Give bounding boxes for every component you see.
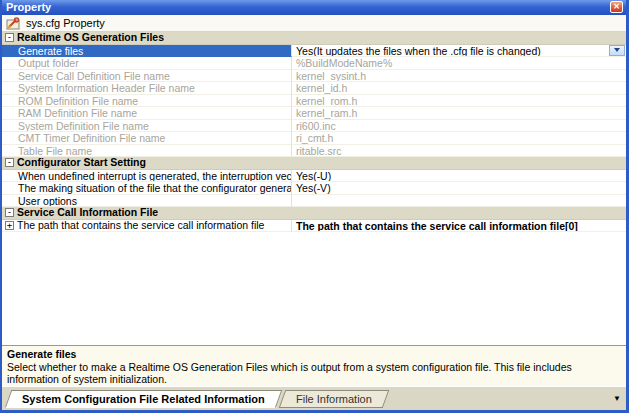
dropdown-arrow-icon[interactable] (609, 45, 625, 56)
property-row[interactable]: The making situation of the file that th… (2, 182, 626, 195)
tab-system-configuration-file-related-information[interactable]: System Configuration File Related Inform… (5, 390, 282, 408)
property-label: Generate files (18, 45, 83, 57)
property-value: kernel_id.h (296, 82, 347, 94)
property-row[interactable]: +The path that contains the service call… (2, 220, 626, 233)
property-value-cell[interactable]: ri600.inc (292, 120, 626, 133)
tab-file-information[interactable]: File Information (278, 390, 388, 408)
property-value-cell[interactable]: Yes(-V) (292, 182, 626, 195)
property-row[interactable]: Generate filesYes(It updates the files w… (2, 45, 626, 58)
property-value-cell[interactable]: kernel_rom.h (292, 95, 626, 108)
property-label: Table File name (18, 145, 92, 157)
description-title: Generate files (7, 348, 621, 361)
property-value-cell[interactable]: ritable.src (292, 145, 626, 158)
property-value-cell[interactable]: kernel_ram.h (292, 107, 626, 120)
property-value-cell[interactable] (292, 195, 626, 208)
property-row[interactable]: Output folder%BuildModeName% (2, 57, 626, 70)
property-value-cell[interactable]: %BuildModeName% (292, 57, 626, 70)
property-value: Yes(It updates the files when the .cfg f… (296, 45, 541, 57)
collapse-icon[interactable]: - (5, 158, 14, 167)
property-label: User options (18, 195, 77, 207)
property-value-cell[interactable]: ri_cmt.h (292, 132, 626, 145)
description-body: Select whether to make a Realtime OS Gen… (7, 361, 621, 386)
section-row[interactable]: -Configurator Start Setting (2, 157, 626, 170)
section-label: Configurator Start Setting (17, 157, 146, 169)
property-label: System Information Header File name (18, 82, 195, 94)
property-label: The path that contains the service call … (17, 220, 264, 232)
tab-label: File Information (296, 393, 372, 405)
property-row[interactable]: ROM Definition File namekernel_rom.h (2, 95, 626, 108)
property-value-cell[interactable]: The path that contains the service call … (292, 220, 626, 233)
property-label-cell[interactable]: Output folder (2, 57, 292, 70)
property-label-cell[interactable]: When undefined interrupt is generated, t… (2, 170, 292, 183)
property-value: kernel_rom.h (296, 95, 357, 107)
property-window: Property ✕ sys.cfg Property -Realtime OS… (0, 0, 629, 413)
property-label-cell[interactable]: User options (2, 195, 292, 208)
property-icon (6, 17, 22, 30)
property-value-cell[interactable]: kernel_sysint.h (292, 70, 626, 83)
property-label: The making situation of the file that th… (18, 182, 292, 194)
tab-label: System Configuration File Related Inform… (22, 393, 265, 405)
property-value-cell[interactable]: Yes(-U) (292, 170, 626, 183)
property-label-cell[interactable]: Table File name (2, 145, 292, 158)
section-row[interactable]: -Realtime OS Generation Files (2, 32, 626, 45)
property-value: Yes(-U) (296, 170, 331, 182)
property-value: ri_cmt.h (296, 132, 333, 144)
property-label-cell[interactable]: +The path that contains the service call… (2, 220, 292, 233)
property-value: ri600.inc (296, 120, 336, 132)
property-label: When undefined interrupt is generated, t… (18, 170, 292, 182)
property-label: CMT Timer Definition File name (18, 132, 165, 144)
property-row[interactable]: System Definition File nameri600.inc (2, 120, 626, 133)
property-label-cell[interactable]: System Information Header File name (2, 82, 292, 95)
collapse-icon[interactable]: - (5, 208, 14, 217)
property-label-cell[interactable]: The making situation of the file that th… (2, 182, 292, 195)
property-label-cell[interactable]: CMT Timer Definition File name (2, 132, 292, 145)
property-row[interactable]: Table File nameritable.src (2, 145, 626, 158)
property-grid: -Realtime OS Generation FilesGenerate fi… (2, 32, 626, 232)
property-value: kernel_ram.h (296, 107, 357, 119)
bottom-tab-bar: System Configuration File Related Inform… (2, 386, 626, 410)
grid-empty-area (2, 232, 626, 345)
property-value-cell[interactable]: Yes(It updates the files when the .cfg f… (292, 45, 626, 58)
property-row[interactable]: Service Call Definition File namekernel_… (2, 70, 626, 83)
section-label: Service Call Information File (17, 207, 158, 219)
collapse-icon[interactable]: - (5, 33, 14, 42)
property-value-cell[interactable]: kernel_id.h (292, 82, 626, 95)
close-icon[interactable]: ✕ (610, 1, 623, 13)
property-row[interactable]: User options (2, 195, 626, 208)
property-row[interactable]: When undefined interrupt is generated, t… (2, 170, 626, 183)
property-value: ritable.src (296, 145, 342, 157)
property-row[interactable]: RAM Definition File namekernel_ram.h (2, 107, 626, 120)
property-row[interactable]: CMT Timer Definition File nameri_cmt.h (2, 132, 626, 145)
property-value: The path that contains the service call … (296, 220, 578, 232)
property-target-bar: sys.cfg Property (2, 15, 626, 32)
description-panel: Generate files Select whether to make a … (2, 345, 626, 386)
expand-icon[interactable]: + (5, 221, 14, 230)
property-target-label: sys.cfg Property (26, 17, 105, 29)
property-label-cell[interactable]: System Definition File name (2, 120, 292, 133)
section-row[interactable]: -Service Call Information File (2, 207, 626, 220)
property-label: RAM Definition File name (18, 107, 137, 119)
property-label-cell[interactable]: RAM Definition File name (2, 107, 292, 120)
property-label: Service Call Definition File name (18, 70, 170, 82)
window-title: Property (6, 1, 51, 13)
window-titlebar[interactable]: Property ✕ (2, 0, 626, 15)
property-label: Output folder (18, 57, 79, 69)
property-value: %BuildModeName% (296, 57, 392, 69)
property-label-cell[interactable]: ROM Definition File name (2, 95, 292, 108)
property-label: System Definition File name (18, 120, 149, 132)
property-value: Yes(-V) (296, 182, 331, 194)
property-label: ROM Definition File name (18, 95, 138, 107)
property-row[interactable]: System Information Header File namekerne… (2, 82, 626, 95)
property-value: kernel_sysint.h (296, 70, 366, 82)
property-label-cell[interactable]: Service Call Definition File name (2, 70, 292, 83)
property-label-cell[interactable]: Generate files (2, 45, 292, 58)
section-label: Realtime OS Generation Files (17, 32, 164, 44)
tab-overflow-icon[interactable]: ▼ (613, 395, 621, 403)
